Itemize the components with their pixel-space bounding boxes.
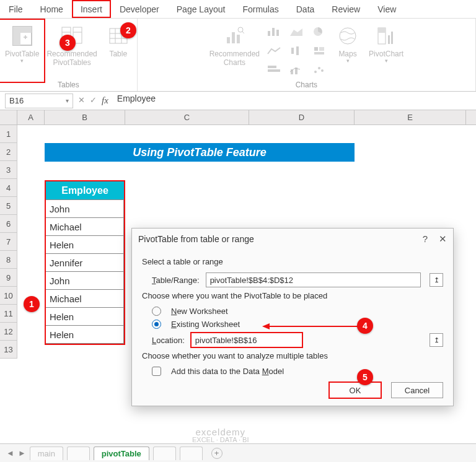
range-picker-icon[interactable]: ↥: [430, 333, 443, 347]
row-header[interactable]: 12: [0, 323, 17, 341]
row-header[interactable]: 10: [0, 287, 17, 305]
ribbon-group-tables: PivotTable ▾ Recommended PivotTables Tab…: [0, 19, 138, 91]
row-header[interactable]: 9: [0, 269, 17, 287]
help-icon[interactable]: ?: [423, 233, 428, 245]
table-row[interactable]: John: [46, 200, 124, 218]
table-row[interactable]: Helen: [46, 308, 124, 326]
hierarchy-chart-icon[interactable]: [309, 44, 329, 58]
svg-rect-36: [378, 28, 386, 33]
sheet-tab[interactable]: [153, 447, 176, 460]
ok-button[interactable]: OK: [329, 382, 381, 398]
tab-data[interactable]: Data: [288, 0, 324, 18]
formula-bar[interactable]: Employee: [113, 94, 476, 108]
column-chart-icon[interactable]: [265, 25, 284, 38]
col-header-e[interactable]: E: [355, 110, 466, 124]
location-input[interactable]: pivotTable!$B$16: [191, 333, 302, 347]
maps-icon: [335, 24, 360, 48]
sheet-tab[interactable]: [180, 447, 203, 460]
table-row[interactable]: Helen: [46, 326, 124, 344]
svg-rect-13: [232, 32, 235, 43]
sheet-tab-active[interactable]: pivotTable: [94, 447, 149, 460]
tab-home[interactable]: Home: [32, 0, 72, 18]
chevron-down-icon: ▾: [385, 58, 388, 63]
section-select-range: Select a table or range: [142, 257, 443, 266]
maps-label: Maps: [338, 50, 356, 58]
tab-insert[interactable]: Insert: [72, 0, 111, 18]
range-picker-icon[interactable]: ↥: [430, 273, 443, 287]
cancel-formula-icon[interactable]: ✕: [78, 95, 85, 106]
combo-chart-icon[interactable]: [287, 63, 307, 77]
sheet-nav-next-icon[interactable]: ►: [18, 448, 26, 458]
pivotchart-label: PivotChart: [369, 50, 403, 58]
pie-chart-icon[interactable]: [309, 25, 329, 38]
row-header[interactable]: 8: [0, 251, 17, 269]
svg-rect-28: [314, 47, 318, 51]
row-header[interactable]: 6: [0, 215, 17, 233]
bar-chart-icon[interactable]: [265, 63, 284, 77]
section-choose-placement: Choose where you want the PivotTable to …: [142, 291, 443, 300]
tab-developer[interactable]: Developer: [111, 0, 168, 18]
tab-view[interactable]: View: [369, 0, 405, 18]
checkbox-data-model[interactable]: [152, 367, 161, 376]
area-chart-icon[interactable]: [287, 25, 307, 38]
sheet-nav-prev-icon[interactable]: ◄: [6, 448, 14, 458]
ribbon-tabs: File Home Insert Developer Page Layout F…: [0, 0, 476, 19]
col-header-b[interactable]: B: [45, 110, 125, 124]
table-row[interactable]: Jennifer: [46, 254, 124, 272]
svg-rect-30: [314, 52, 324, 54]
row-header[interactable]: 5: [0, 197, 17, 215]
sheet-tab[interactable]: [67, 447, 90, 460]
radio-new-worksheet[interactable]: [152, 307, 161, 316]
chart-type-column-1: [263, 21, 286, 81]
table-row[interactable]: Helen: [46, 236, 124, 254]
table-row[interactable]: John: [46, 272, 124, 290]
callout-badge-2: 2: [120, 22, 136, 38]
maps-button[interactable]: Maps ▾: [330, 21, 365, 81]
table-row[interactable]: Michael: [46, 218, 124, 236]
add-sheet-icon[interactable]: +: [211, 448, 223, 459]
ribbon-group-charts: Recommended Charts Maps: [138, 19, 476, 91]
svg-rect-29: [319, 47, 324, 51]
pivotchart-button[interactable]: PivotChart ▾: [365, 21, 407, 81]
line-chart-icon[interactable]: [265, 44, 284, 58]
tab-page-layout[interactable]: Page Layout: [168, 0, 234, 18]
close-icon[interactable]: ✕: [439, 233, 447, 245]
row-header[interactable]: 2: [0, 143, 17, 161]
employee-header: Employee: [46, 181, 124, 200]
row-header[interactable]: 7: [0, 233, 17, 251]
svg-rect-14: [237, 35, 240, 43]
cancel-button[interactable]: Cancel: [391, 382, 443, 398]
employee-table: Employee John Michael Helen Jennifer Joh…: [45, 180, 125, 345]
row-header[interactable]: 3: [0, 161, 17, 179]
row-header[interactable]: 4: [0, 179, 17, 197]
table-range-input[interactable]: pivotTable!$B$4:$D$12: [206, 272, 421, 287]
col-header-d[interactable]: D: [249, 110, 355, 124]
radio-existing-worksheet[interactable]: [152, 320, 161, 329]
select-all-corner[interactable]: [0, 110, 17, 124]
tab-review[interactable]: Review: [323, 0, 369, 18]
col-header-a[interactable]: A: [17, 110, 45, 124]
chart-type-column-3: [308, 21, 330, 81]
tab-formulas[interactable]: Formulas: [234, 0, 287, 18]
scatter-chart-icon[interactable]: [309, 63, 329, 77]
row-header[interactable]: 11: [0, 305, 17, 323]
pivotchart-icon: [374, 24, 399, 48]
svg-line-16: [242, 32, 244, 33]
charts-group-label: Charts: [296, 81, 317, 90]
row-header[interactable]: 13: [0, 341, 17, 359]
col-header-c[interactable]: C: [125, 110, 249, 124]
sheet-tab[interactable]: main: [30, 447, 63, 460]
svg-rect-37: [388, 35, 390, 44]
pivottable-button[interactable]: PivotTable ▾: [1, 21, 43, 81]
recommended-pivottables-button[interactable]: Recommended PivotTables: [43, 21, 100, 81]
recommended-charts-button[interactable]: Recommended Charts: [206, 21, 263, 81]
row-header[interactable]: 1: [0, 125, 17, 143]
enter-formula-icon[interactable]: ✓: [90, 95, 97, 106]
fx-icon[interactable]: fx: [102, 95, 108, 106]
svg-point-34: [340, 28, 356, 44]
stat-chart-icon[interactable]: [287, 44, 307, 58]
table-row[interactable]: Michael: [46, 290, 124, 308]
tab-file[interactable]: File: [0, 0, 32, 18]
formula-bar-row: B16 ▾ ✕ ✓ fx Employee: [0, 92, 476, 110]
name-box[interactable]: B16 ▾: [5, 94, 73, 108]
